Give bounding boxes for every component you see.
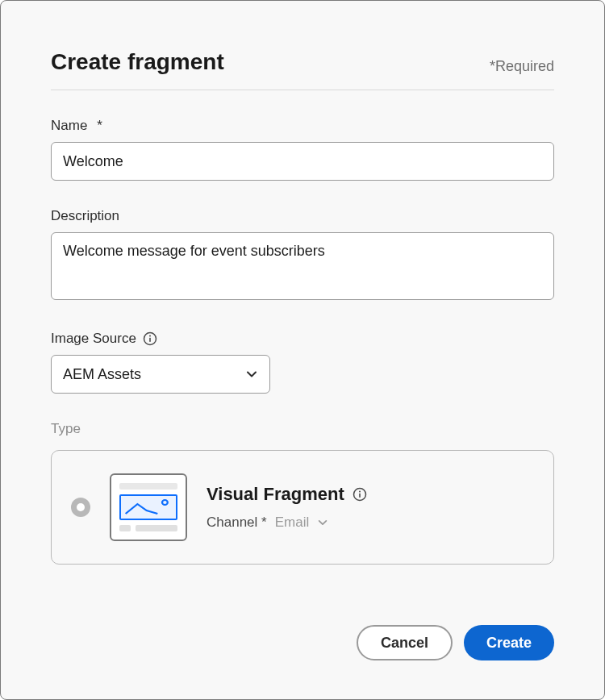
name-field: Name* bbox=[51, 118, 554, 181]
type-section: Type Visual Fragment bbox=[51, 421, 554, 565]
chevron-down-icon bbox=[245, 368, 258, 381]
dialog-header: Create fragment *Required bbox=[51, 49, 554, 90]
svg-rect-2 bbox=[149, 338, 151, 342]
channel-row: Channel * Email bbox=[207, 515, 367, 531]
radio-inner bbox=[77, 503, 85, 511]
required-note: *Required bbox=[490, 58, 554, 75]
image-source-field: Image Source AEM Assets bbox=[51, 331, 554, 394]
type-radio[interactable] bbox=[71, 498, 90, 517]
dialog-title: Create fragment bbox=[51, 49, 224, 75]
name-label-text: Name bbox=[51, 118, 87, 134]
name-input[interactable] bbox=[51, 142, 554, 181]
channel-select[interactable]: Email bbox=[275, 515, 329, 531]
dialog-footer: Cancel Create bbox=[357, 625, 554, 660]
description-input[interactable]: Welcome message for event subscribers bbox=[51, 232, 554, 300]
image-source-label: Image Source bbox=[51, 331, 554, 347]
info-icon[interactable] bbox=[143, 331, 157, 346]
create-button[interactable]: Create bbox=[464, 625, 554, 660]
svg-rect-6 bbox=[359, 494, 361, 498]
name-required-marker: * bbox=[97, 118, 102, 134]
type-title: Visual Fragment bbox=[207, 484, 344, 505]
svg-point-3 bbox=[162, 500, 168, 505]
type-card-visual-fragment[interactable]: Visual Fragment Channel * Email bbox=[51, 450, 554, 565]
image-source-value: AEM Assets bbox=[63, 366, 141, 383]
visual-fragment-thumbnail bbox=[110, 473, 187, 541]
image-source-select[interactable]: AEM Assets bbox=[51, 355, 270, 394]
chevron-down-icon bbox=[317, 517, 328, 528]
type-title-row: Visual Fragment bbox=[207, 484, 367, 505]
channel-label: Channel * bbox=[207, 515, 267, 531]
svg-point-5 bbox=[359, 491, 361, 493]
name-label: Name* bbox=[51, 118, 554, 134]
description-label: Description bbox=[51, 208, 554, 224]
image-source-label-text: Image Source bbox=[51, 331, 136, 347]
type-info: Visual Fragment Channel * Email bbox=[207, 484, 367, 531]
type-label: Type bbox=[51, 421, 554, 437]
info-icon[interactable] bbox=[353, 487, 367, 502]
svg-point-1 bbox=[149, 335, 151, 337]
cancel-button[interactable]: Cancel bbox=[357, 625, 453, 660]
description-field: Description Welcome message for event su… bbox=[51, 208, 554, 303]
channel-value-text: Email bbox=[275, 515, 310, 531]
create-fragment-dialog: Create fragment *Required Name* Descript… bbox=[0, 0, 605, 700]
